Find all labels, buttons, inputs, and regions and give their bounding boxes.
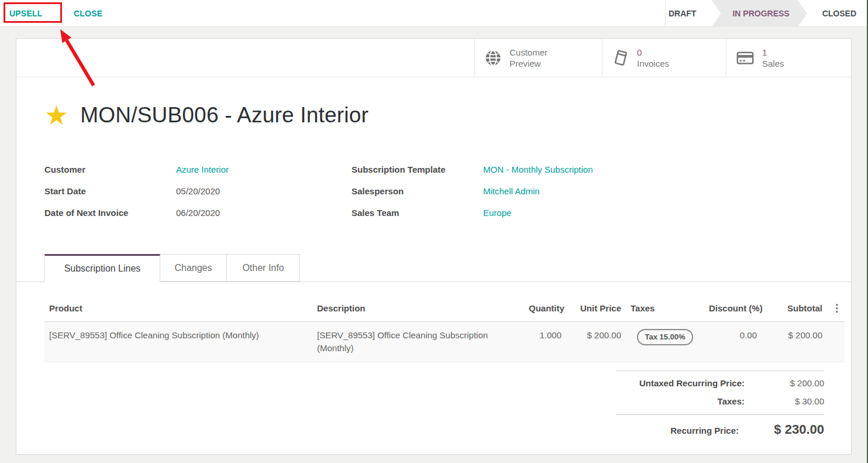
subscription-template-label: Subscription Template — [352, 163, 483, 176]
untaxed-recurring-value: $ 200.00 — [755, 378, 824, 388]
field-group-right: Subscription Template MON - Monthly Subs… — [352, 163, 593, 220]
next-invoice-date-value[interactable]: 06/20/2020 — [176, 207, 229, 220]
cell-unit-price[interactable]: $ 200.00 — [566, 322, 626, 362]
field-group-left: Customer Azure Interior Start Date 05/20… — [44, 163, 229, 220]
tab-subscription-lines[interactable]: Subscription Lines — [44, 254, 160, 282]
col-unit-price[interactable]: Unit Price — [566, 296, 626, 322]
untaxed-recurring-label: Untaxed Recurring Price: — [616, 378, 755, 388]
totals-block: Untaxed Recurring Price: $ 200.00 Taxes:… — [616, 371, 824, 445]
cell-discount[interactable]: 0.00 — [704, 322, 762, 362]
status-closed[interactable]: CLOSED — [808, 0, 868, 27]
start-date-label: Start Date — [44, 185, 176, 198]
recurring-price-label: Recurring Price: — [616, 426, 749, 435]
cell-description[interactable]: [SERV_89553] Office Cleaning Subscriptio… — [312, 322, 524, 362]
col-discount[interactable]: Discount (%) — [704, 296, 762, 322]
cell-product[interactable]: [SERV_89553] Office Cleaning Subscriptio… — [44, 322, 312, 362]
col-taxes[interactable]: Taxes — [626, 296, 704, 322]
kebab-icon[interactable] — [827, 296, 845, 322]
credit-card-icon — [736, 49, 755, 67]
cell-quantity[interactable]: 1.000 — [524, 322, 566, 362]
taxes-label: Taxes: — [616, 396, 755, 406]
col-quantity[interactable]: Quantity — [524, 296, 566, 322]
col-product[interactable]: Product — [44, 296, 312, 322]
customer-preview-button[interactable]: Customer Preview — [474, 39, 602, 77]
status-in-progress[interactable]: IN PROGRESS — [711, 0, 807, 27]
col-description[interactable]: Description — [312, 296, 524, 322]
tab-other-info[interactable]: Other Info — [227, 254, 300, 282]
invoices-count: 0 — [637, 47, 691, 58]
customer-value[interactable]: Azure Interior — [176, 163, 229, 176]
book-icon — [612, 49, 629, 67]
sales-team-label: Sales Team — [352, 207, 483, 220]
page-title: MON/SUB006 - Azure Interior — [80, 103, 368, 128]
notebook-tabs: Subscription Lines Changes Other Info — [16, 254, 851, 282]
tax-badge[interactable]: Tax 15.00% — [637, 329, 693, 345]
taxes-value: $ 30.00 — [755, 396, 824, 406]
invoices-label: Invoices — [637, 58, 691, 69]
invoices-button[interactable]: 0 Invoices — [602, 39, 726, 77]
sales-label: Sales — [762, 58, 816, 69]
start-date-value[interactable]: 05/20/2020 — [176, 185, 229, 198]
status-draft[interactable]: DRAFT — [655, 0, 710, 27]
recurring-price-value: $ 230.00 — [749, 422, 824, 437]
statusbar: DRAFT IN PROGRESS CLOSED — [665, 0, 868, 27]
subscription-template-value[interactable]: MON - Monthly Subscription — [483, 163, 593, 176]
globe-icon — [484, 49, 502, 67]
next-invoice-date-label: Date of Next Invoice — [44, 207, 176, 220]
button-box: Customer Preview 0 Invoices — [16, 39, 851, 77]
sales-team-value[interactable]: Europe — [483, 207, 593, 220]
salesperson-value[interactable]: Mitchell Admin — [483, 185, 593, 198]
sales-count: 1 — [762, 47, 816, 58]
close-button[interactable]: CLOSE — [74, 0, 102, 27]
cell-subtotal[interactable]: $ 200.00 — [762, 322, 827, 362]
customer-label: Customer — [44, 163, 176, 176]
top-control-bar: UPSELL CLOSE DRAFT IN PROGRESS CLOSED — [0, 0, 868, 27]
cell-taxes[interactable]: Tax 15.00% — [626, 322, 704, 362]
title-row: ★ MON/SUB006 - Azure Interior — [44, 102, 368, 129]
subscription-lines-table: Product Description Quantity Unit Price … — [44, 296, 845, 362]
table-header-row: Product Description Quantity Unit Price … — [44, 296, 845, 322]
customer-preview-label: Customer Preview — [509, 47, 563, 69]
salesperson-label: Salesperson — [352, 185, 483, 198]
upsell-button[interactable]: UPSELL — [9, 0, 42, 27]
record-sheet: Customer Preview 0 Invoices — [16, 38, 852, 455]
table-row[interactable]: [SERV_89553] Office Cleaning Subscriptio… — [44, 322, 845, 362]
col-subtotal[interactable]: Subtotal — [762, 296, 827, 322]
star-icon[interactable]: ★ — [44, 102, 68, 129]
tab-changes[interactable]: Changes — [160, 254, 227, 282]
sales-button[interactable]: 1 Sales — [726, 39, 851, 77]
